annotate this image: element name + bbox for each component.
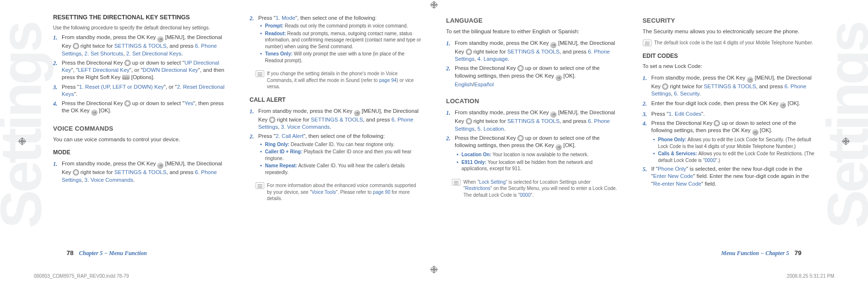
bullet-list: Prompt: Reads out only the command promp… bbox=[258, 23, 422, 64]
text: , and press bbox=[166, 169, 195, 175]
link-text: 1. Edit Codes bbox=[669, 111, 702, 117]
step: Press the Directional Key up or down to … bbox=[62, 100, 226, 116]
text: . bbox=[508, 56, 509, 62]
text: Enter the four-digit lock code, then pre… bbox=[651, 100, 780, 106]
bullet: Caller ID + Ring: Playback the Caller ID… bbox=[265, 149, 422, 162]
label: Location On: bbox=[461, 152, 491, 157]
link-text: LEFT Directional Key bbox=[78, 67, 130, 73]
step: Press the Directional Key up or down to … bbox=[62, 59, 226, 81]
text: Press the Directional Key bbox=[62, 60, 124, 66]
link-text: 5. Location bbox=[477, 126, 504, 132]
step: If "Phone Only" is selected, enter the n… bbox=[651, 165, 815, 188]
text: up or down to select " bbox=[131, 100, 184, 106]
bullet: Tones Only: Will only prompt the user wi… bbox=[265, 51, 422, 64]
link-text: 2. Call Alert bbox=[276, 133, 304, 139]
heading-voice-commands: VOICE COMMANDS bbox=[53, 124, 226, 133]
text: From standby mode, press the OK Key bbox=[62, 161, 157, 166]
ok-key-icon: OK bbox=[354, 110, 360, 116]
registration-mark-top bbox=[430, 1, 438, 9]
ok-key-icon: OK bbox=[550, 42, 556, 48]
link-text: Voice Tools bbox=[312, 189, 336, 195]
text: ".) bbox=[716, 158, 720, 163]
step: From standby mode, press the OK Key OK [… bbox=[455, 109, 619, 133]
option: Español bbox=[474, 81, 494, 87]
directional-key-icon bbox=[662, 83, 668, 90]
ok-key-icon: OK bbox=[91, 109, 97, 116]
print-metadata: 080803_CDM8975_RAP_REV00.indd 78-79 2008… bbox=[34, 273, 834, 280]
text: , and press bbox=[756, 83, 785, 89]
text: Press " bbox=[651, 111, 669, 117]
text: Your location is now available to the ne… bbox=[491, 152, 589, 157]
bullet: Location On: Your location is now availa… bbox=[461, 151, 619, 158]
footer-right: Menu Function − Chapter 5 79 bbox=[721, 249, 805, 257]
link-text: 2. Set Directional Keys bbox=[126, 51, 181, 56]
link-text: Enter New Code bbox=[653, 173, 693, 179]
note-icon bbox=[256, 70, 264, 77]
column-2: Press "1. Mode", then select one of the … bbox=[245, 14, 427, 265]
column-3: LANGUAGE To set the bilingual feature to… bbox=[441, 14, 624, 265]
lead-voice: You can use voice commands to control yo… bbox=[53, 136, 226, 143]
text: From standby mode, press the OK Key bbox=[258, 108, 354, 114]
link-text: 2. Set Shortcuts bbox=[84, 51, 123, 56]
text: Press " bbox=[258, 133, 276, 139]
label: Phone Only: bbox=[658, 137, 687, 142]
bullet: Name Repeat: Activate Caller ID. You wil… bbox=[265, 162, 422, 176]
link-text: SETTINGS & TOOLS bbox=[311, 117, 363, 122]
link-text: Re-enter New Code bbox=[653, 181, 702, 187]
note-text: If you change the setting details in the… bbox=[267, 70, 422, 90]
text: right twice for bbox=[275, 117, 311, 122]
link-text: 4. Language bbox=[477, 56, 508, 62]
note-text: For more information about the enhanced … bbox=[267, 182, 422, 202]
link-text: 1. Reset (UP, LEFT or DOWN) Key bbox=[79, 84, 163, 90]
ok-key-icon: OK bbox=[752, 129, 759, 135]
ok-key-icon: OK bbox=[556, 75, 562, 81]
heading-mode: MODE bbox=[53, 149, 226, 156]
label: Caller ID + Ring: bbox=[265, 149, 303, 154]
text: From standby mode, press the OK Key bbox=[455, 40, 550, 46]
label: Calls & Services: bbox=[658, 151, 697, 156]
text: ". bbox=[701, 111, 705, 117]
note: The default lock code is the last 4 digi… bbox=[643, 40, 815, 46]
file-name: 080803_CDM8975_RAP_REV00.indd 78-79 bbox=[34, 273, 129, 280]
ok-key-icon: OK bbox=[157, 162, 163, 169]
note-icon bbox=[256, 182, 264, 189]
step: Press "2. Call Alert", then select one o… bbox=[258, 133, 422, 176]
directional-key-icon bbox=[269, 117, 275, 123]
registration-mark-left bbox=[18, 137, 26, 145]
text: , and press bbox=[363, 117, 392, 122]
directional-key-icon bbox=[714, 120, 720, 126]
text: [Options]. bbox=[130, 74, 155, 80]
bullet: Ring Only: Deactivate Caller ID. You can… bbox=[265, 141, 422, 148]
link-text: Phone Only bbox=[658, 166, 686, 172]
text: right twice for bbox=[472, 118, 507, 124]
text: up or down to select " bbox=[131, 60, 184, 66]
directional-key-icon bbox=[466, 49, 472, 55]
link-text: Lock Setting bbox=[479, 179, 505, 185]
text: [OK]. bbox=[786, 100, 800, 106]
label: Prompt: bbox=[265, 23, 284, 28]
page-footer: 78 Chapter 5 − Menu Function Menu Functi… bbox=[63, 249, 805, 257]
step: From standby mode, press the OK Key OK [… bbox=[258, 108, 422, 131]
step: From standby mode, press the OK Key OK [… bbox=[62, 34, 226, 57]
bullet: Prompt: Reads out only the command promp… bbox=[265, 23, 422, 29]
text: Press the Directional Key bbox=[455, 65, 517, 71]
text: [OK]. bbox=[759, 127, 773, 133]
label: Readout: bbox=[265, 31, 286, 36]
steps-call-alert: From standby mode, press the OK Key OK [… bbox=[250, 108, 422, 177]
step: Press "1. Reset (UP, LEFT or DOWN) Key",… bbox=[62, 83, 226, 98]
ok-key-icon: OK bbox=[747, 77, 753, 83]
step: From standby mode, press the OK Key OK [… bbox=[455, 40, 619, 63]
text: From standby mode, press the OK Key bbox=[62, 34, 157, 40]
footer-left: 78 Chapter 5 − Menu Function bbox=[63, 249, 147, 257]
text: , and press bbox=[559, 118, 588, 124]
bullet: Phone Only: Allows you to edit the Lock … bbox=[658, 136, 815, 149]
link-text: SETTINGS & TOOLS bbox=[507, 49, 559, 54]
text: [OK]. bbox=[562, 142, 576, 148]
bullet: Readout: Reads out prompts, menus, outgo… bbox=[265, 30, 422, 50]
link-text: 3. Voice Commands bbox=[84, 177, 133, 183]
link-text: Restrictions bbox=[465, 186, 490, 191]
heading-edit-codes: EDIT CODES bbox=[643, 52, 815, 60]
text: Press the Directional Key bbox=[62, 100, 124, 106]
link-text: 1. Mode bbox=[276, 15, 296, 21]
directional-key-icon bbox=[124, 60, 131, 66]
